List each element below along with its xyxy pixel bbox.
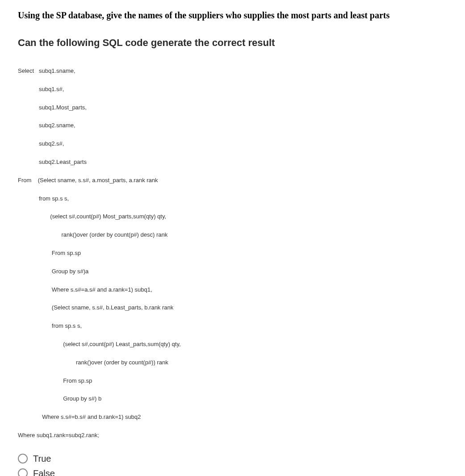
code-line: From sp.sp: [18, 376, 447, 386]
code-line: subq1.Most_parts,: [18, 103, 447, 113]
code-line: (select s#,count(p#) Least_parts,sum(qty…: [18, 340, 447, 349]
code-line: subq2.sname,: [18, 121, 447, 130]
code-line: (select s#,count(p#) Most_parts,sum(qty)…: [18, 212, 447, 221]
question-title: Using the SP database, give the names of…: [18, 9, 447, 21]
code-line: from sp.s s,: [18, 322, 447, 331]
code-line: Where s.s#=b.s# and b.rank=1) subq2: [18, 413, 447, 422]
radio-icon[interactable]: [18, 454, 28, 463]
option-false[interactable]: False: [18, 468, 447, 476]
code-line: (Select sname, s.s#, b.Least_parts, b.ra…: [18, 303, 447, 313]
code-line: rank()over (order by count(p#)) rank: [18, 358, 447, 367]
code-line: From sp.sp: [18, 249, 447, 258]
code-line: Group by s#)a: [18, 267, 447, 276]
code-line: from sp.s s,: [18, 194, 447, 204]
code-line: Select subq1.sname,: [18, 67, 447, 76]
code-line: rank()over (order by count(p#) desc) ran…: [18, 230, 447, 240]
code-line: Where subq1.rank=subq2.rank;: [18, 431, 447, 440]
code-line: Where s.s#=a.s# and a.rank=1) subq1,: [18, 285, 447, 295]
answer-options: True False: [18, 454, 447, 476]
code-line: subq2.s#,: [18, 139, 447, 149]
code-line: From (Select sname, s.s#, a.most_parts, …: [18, 176, 447, 185]
radio-icon[interactable]: [18, 468, 28, 476]
sql-code-block: Select subq1.sname, subq1.s#, subq1.Most…: [18, 67, 447, 440]
option-label-true: True: [33, 454, 51, 464]
question-subtitle: Can the following SQL code generate the …: [18, 37, 447, 49]
code-line: subq1.s#,: [18, 85, 447, 94]
option-label-false: False: [33, 468, 55, 476]
code-line: Group by s#) b: [18, 394, 447, 404]
code-line: subq2.Least_parts: [18, 158, 447, 167]
option-true[interactable]: True: [18, 454, 447, 464]
